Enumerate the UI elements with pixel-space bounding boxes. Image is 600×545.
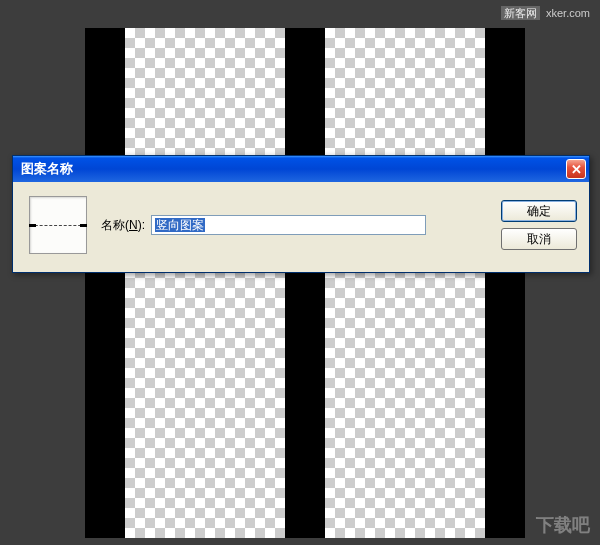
pattern-name-input[interactable]: 竖向图案 [151, 215, 426, 235]
transparency-checker [125, 28, 285, 538]
watermark-top: 新客网 xker.com [501, 6, 590, 21]
canvas-document [85, 28, 525, 538]
cancel-button[interactable]: 取消 [501, 228, 577, 250]
pattern-name-dialog: 图案名称 ✕ 名称(N): 竖向图案 确定 取消 [12, 155, 590, 273]
pattern-preview-graphic [30, 225, 86, 226]
pattern-preview [29, 196, 87, 254]
name-label: 名称(N): [101, 217, 145, 234]
watermark-url: xker.com [546, 7, 590, 19]
watermark-tag: 新客网 [501, 6, 540, 20]
dialog-body: 名称(N): 竖向图案 确定 取消 [13, 182, 589, 272]
name-field-row: 名称(N): 竖向图案 [101, 215, 487, 235]
dialog-title: 图案名称 [21, 160, 73, 178]
transparency-checker [325, 28, 485, 538]
dialog-titlebar[interactable]: 图案名称 ✕ [13, 156, 589, 182]
ok-button[interactable]: 确定 [501, 200, 577, 222]
black-strip [485, 28, 525, 538]
black-strip [285, 28, 325, 538]
close-icon: ✕ [571, 162, 582, 177]
black-strip [85, 28, 125, 538]
input-selection: 竖向图案 [155, 218, 205, 232]
close-button[interactable]: ✕ [566, 159, 586, 179]
watermark-bottom: 下载吧 [536, 513, 590, 537]
dialog-buttons: 确定 取消 [501, 200, 577, 250]
